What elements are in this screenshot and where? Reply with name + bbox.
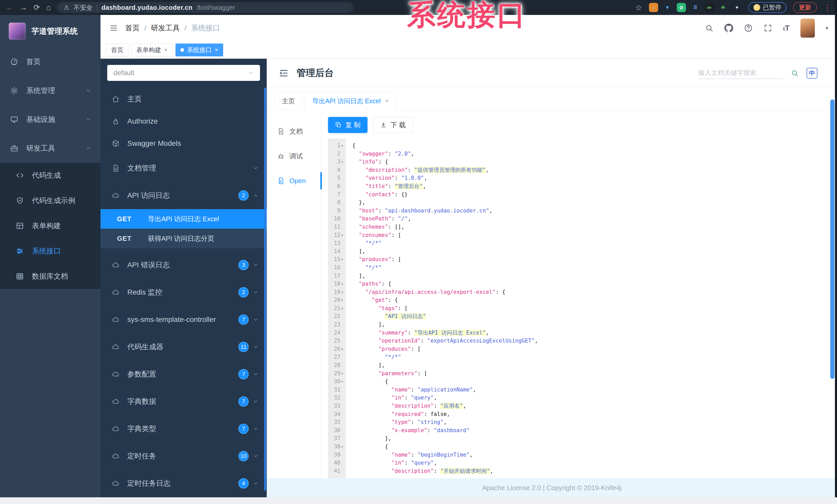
code-line: "name": "beginBeginTime", <box>352 451 837 459</box>
gutter-line: 38▾ <box>328 443 345 451</box>
swagger-nav-item[interactable]: 字典数据7 <box>101 388 267 415</box>
sidebar-item-devtools[interactable]: 研发工具 <box>0 134 101 163</box>
browser-home-icon[interactable]: ⌂ <box>46 4 51 11</box>
mini-nav-调试[interactable]: 调试 <box>267 144 321 168</box>
fold-icon[interactable]: ▾ <box>340 142 345 150</box>
ext-orange-icon[interactable]: ◌ <box>649 3 658 12</box>
swagger-nav-item[interactable]: 定时任务10 <box>101 443 267 470</box>
nav-item-meta: 2 <box>238 190 259 201</box>
breadcrumb-devtools[interactable]: 研发工具 <box>151 23 180 33</box>
fold-icon[interactable]: ▾ <box>340 443 345 451</box>
ext-on-icon[interactable]: on <box>705 3 714 12</box>
doc-search-icon[interactable] <box>790 69 799 77</box>
mini-nav-文档[interactable]: 文档 <box>267 119 321 144</box>
browser-back-icon[interactable]: ← <box>6 4 13 11</box>
code-line: "produces": [ <box>352 256 837 264</box>
fold-icon[interactable]: ▾ <box>340 345 345 353</box>
paused-extension-pill[interactable]: 已暂停 <box>748 2 786 13</box>
ext-blue-drop-icon[interactable]: ▼ <box>663 3 672 12</box>
sidebar-subitem[interactable]: 系统接口 <box>0 239 101 264</box>
close-icon[interactable]: × <box>385 98 389 104</box>
ext-leaf-icon[interactable]: ☘ <box>718 3 728 12</box>
content-scrollbar[interactable] <box>830 99 834 379</box>
nav-item-meta: 2 <box>238 287 259 297</box>
browser-forward-icon[interactable]: → <box>20 4 27 11</box>
view-tag[interactable]: 系统接口× <box>176 43 223 56</box>
logo-row[interactable]: 芋道管理系统 <box>0 15 101 48</box>
briefcase-icon <box>9 144 19 152</box>
fold-icon[interactable]: ▾ <box>340 288 345 296</box>
indent <box>352 183 366 189</box>
menu-fold-icon[interactable] <box>279 68 289 78</box>
token: }, <box>359 199 365 206</box>
swagger-nav-item[interactable]: Redis 监控2 <box>101 279 267 306</box>
fold-icon[interactable]: ▾ <box>340 370 345 378</box>
hamburger-icon[interactable] <box>109 24 118 33</box>
swagger-nav-item[interactable]: Swagger Models <box>101 132 267 154</box>
doc-tab[interactable]: 主页 <box>274 92 302 110</box>
download-button[interactable]: 下 载 <box>373 117 413 133</box>
chevron-down-icon[interactable]: ▾ <box>826 25 828 31</box>
swagger-nav-item[interactable]: sys-sms-template-controller7 <box>101 306 267 333</box>
search-icon[interactable] <box>705 24 714 33</box>
swagger-operation[interactable]: GET导出API 访问日志 Excel <box>101 209 267 229</box>
sidebar-subitem[interactable]: 数据库文档 <box>0 264 101 289</box>
sidebar-scrollbar[interactable] <box>264 88 266 491</box>
fold-icon[interactable]: ▾ <box>340 231 345 240</box>
sidebar-subitem[interactable]: 代码生成 <box>0 163 101 188</box>
copy-button[interactable]: 复 制 <box>328 117 368 133</box>
mini-nav-Open[interactable]: Open <box>267 168 321 193</box>
language-toggle-icon[interactable]: 中 <box>806 68 817 78</box>
swagger-nav-item[interactable]: Authorize <box>101 110 267 132</box>
doc-tab[interactable]: 导出API 访问日志 Excel× <box>305 92 396 110</box>
fold-icon[interactable]: ▾ <box>340 296 345 304</box>
github-icon[interactable] <box>724 24 733 33</box>
swagger-nav-item[interactable]: 参数配置7 <box>101 360 267 388</box>
help-icon[interactable] <box>744 24 753 33</box>
swagger-nav-item[interactable]: 文档管理 <box>101 154 267 182</box>
fullscreen-icon[interactable] <box>764 24 772 33</box>
swagger-nav-item[interactable]: API 错误日志3 <box>101 251 267 279</box>
ext-grid-icon[interactable]: ⠿ <box>691 3 700 12</box>
close-icon[interactable]: × <box>164 46 167 53</box>
ext-green-circle-icon[interactable]: ⊘ <box>677 3 686 12</box>
sidebar-item-system[interactable]: 系统管理 <box>0 76 101 105</box>
browser-reload-icon[interactable]: ⟳ <box>34 4 40 11</box>
sidebar-item-home[interactable]: 首页 <box>0 48 101 76</box>
avatar[interactable] <box>800 19 815 38</box>
swagger-nav-item[interactable]: 主页 <box>101 88 267 110</box>
font-size-icon[interactable]: tT <box>783 24 789 33</box>
line-number: 34 <box>334 410 340 418</box>
api-group-select[interactable]: default <box>107 65 260 81</box>
sidebar-subitem[interactable]: 表单构建 <box>0 213 101 239</box>
fold-icon[interactable]: ▾ <box>340 280 345 288</box>
swagger-nav-item[interactable]: API 访问日志2 <box>101 182 267 209</box>
token: , <box>535 338 538 344</box>
browser-menu-icon[interactable]: ⋮ <box>824 3 831 12</box>
view-tag[interactable]: 表单构建× <box>131 43 173 56</box>
header-actions: tT ▾ <box>705 19 828 38</box>
swagger-operation[interactable]: GET获得API 访问日志分页 <box>101 229 267 248</box>
fold-icon[interactable]: ▾ <box>340 304 345 313</box>
indent <box>352 403 391 409</box>
token: : <box>434 403 440 409</box>
fold-icon[interactable]: ▾ <box>340 377 345 386</box>
close-icon[interactable]: × <box>215 46 218 53</box>
view-tag[interactable]: 首页 <box>106 43 128 56</box>
doc-search-input[interactable] <box>698 67 783 79</box>
address-bar[interactable]: ⚠ 不安全 dashboard.yudao.iocoder.cn /tool/s… <box>57 2 353 13</box>
swagger-nav-item[interactable]: 定时任务日志4 <box>101 470 267 497</box>
fold-icon[interactable]: ▾ <box>340 158 345 166</box>
code-editor[interactable]: 1▾23▾456789101112▾131415▾161718▾19▾20▾21… <box>328 138 837 497</box>
bookmark-star-icon[interactable]: ☆ <box>635 3 642 12</box>
swagger-nav-item[interactable]: 字典类型7 <box>101 415 267 443</box>
sidebar-subitem[interactable]: 代码生成示例 <box>0 188 101 213</box>
swagger-nav-item[interactable]: 代码生成器11 <box>101 333 267 360</box>
breadcrumb-home[interactable]: 首页 <box>125 23 140 33</box>
token: "开始开始请求时间" <box>440 468 490 474</box>
ext-pin-icon[interactable]: ✦ <box>732 3 742 12</box>
browser-update-button[interactable]: 更新 <box>793 2 817 13</box>
dashboard-icon <box>9 58 19 66</box>
fold-icon[interactable]: ▾ <box>340 256 345 264</box>
sidebar-item-infra[interactable]: 基础设施 <box>0 105 101 134</box>
